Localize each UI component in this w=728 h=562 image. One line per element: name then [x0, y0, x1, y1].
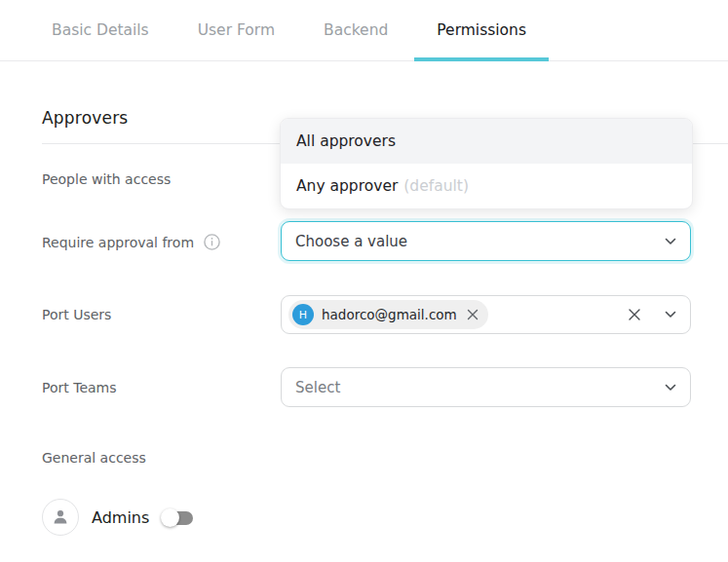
require-approval-select-value: Choose a value [295, 233, 665, 250]
general-access-label: General access [42, 450, 146, 466]
tab-basic-details[interactable]: Basic Details [29, 0, 172, 61]
require-approval-select[interactable]: Choose a value [281, 221, 691, 261]
permissions-page: Basic Details User Form Backend Permissi… [0, 0, 728, 562]
section-heading-approvers: Approvers [42, 108, 128, 128]
toggle-knob [161, 508, 179, 527]
require-approval-label: Require approval from [42, 235, 194, 250]
port-teams-select-placeholder: Select [295, 379, 665, 396]
active-tab-underline [414, 57, 549, 61]
menu-option-any-approver[interactable]: Any approver (default) [281, 164, 692, 208]
chevron-down-icon[interactable] [665, 238, 676, 245]
chip-close-x-icon[interactable] [467, 309, 479, 320]
tab-user-form[interactable]: User Form [175, 0, 297, 61]
menu-option-all-approvers-label: All approvers [296, 132, 396, 150]
approvers-dropdown-menu: All approvers Any approver (default) [280, 118, 693, 209]
user-avatar: H [292, 304, 314, 325]
tab-permissions-label: Permissions [437, 21, 526, 39]
person-icon [42, 499, 79, 536]
menu-option-all-approvers[interactable]: All approvers [281, 119, 692, 164]
tab-basic-details-label: Basic Details [52, 21, 149, 39]
tab-bar: Basic Details User Form Backend Permissi… [0, 0, 728, 61]
people-with-access-label: People with access [42, 171, 171, 187]
tab-user-form-label: User Form [198, 21, 275, 39]
port-user-chip[interactable]: H hadorco@gmail.com [288, 300, 488, 329]
require-approval-label-row: Require approval from [42, 234, 220, 250]
tab-backend-label: Backend [324, 21, 388, 39]
chevron-down-icon[interactable] [665, 311, 676, 318]
port-teams-select[interactable]: Select [281, 367, 691, 407]
port-users-label: Port Users [42, 307, 111, 322]
admins-access-row: Admins [42, 499, 193, 536]
port-users-multiselect[interactable]: H hadorco@gmail.com [281, 295, 691, 334]
tab-permissions[interactable]: Permissions [414, 0, 549, 61]
tab-backend[interactable]: Backend [301, 0, 410, 61]
admins-label: Admins [92, 508, 149, 527]
menu-option-any-approver-label: Any approver [296, 177, 398, 195]
admins-toggle[interactable] [161, 508, 193, 527]
info-circle-icon[interactable] [204, 234, 220, 250]
port-teams-label: Port Teams [42, 380, 117, 395]
chevron-down-icon[interactable] [665, 384, 676, 392]
port-user-chip-email: hadorco@gmail.com [322, 307, 457, 322]
clear-x-icon[interactable] [628, 308, 641, 321]
menu-option-default-suffix: (default) [403, 177, 469, 195]
